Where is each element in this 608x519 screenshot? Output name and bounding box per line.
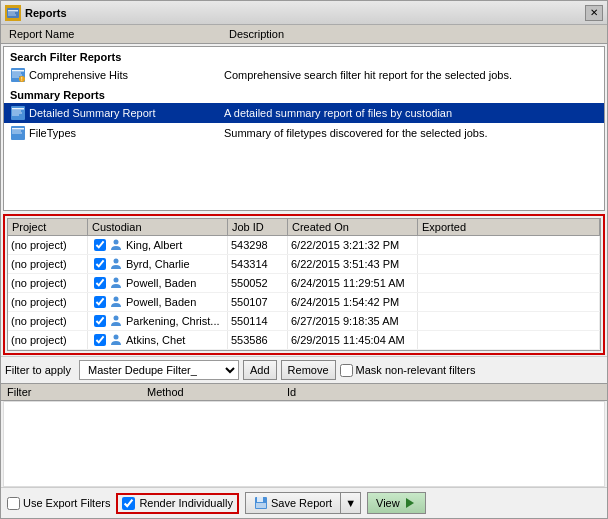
filetypes-row[interactable]: FileTypes Summary of filetypes discovere… <box>4 123 604 143</box>
created-cell: 6/24/2015 1:54:42 PM <box>288 293 418 311</box>
reports-list[interactable]: Search Filter Reports ! Comprehensive Hi… <box>3 46 605 211</box>
svg-rect-3 <box>8 14 16 15</box>
detailed-summary-icon <box>10 105 26 121</box>
svg-point-23 <box>114 297 119 302</box>
jobid-cell: 550107 <box>228 293 288 311</box>
project-cell: (no project) <box>8 274 88 292</box>
table-row[interactable]: (no project) Parkening, Christ... 550114… <box>8 312 600 331</box>
filter-to-apply-label: Filter to apply <box>5 364 71 376</box>
svg-rect-19 <box>12 133 22 134</box>
close-button[interactable]: ✕ <box>585 5 603 21</box>
row-checkbox[interactable] <box>94 296 106 308</box>
svg-rect-12 <box>12 108 24 110</box>
table-row[interactable]: (no project) Atkins, Chet 553586 6/29/20… <box>8 331 600 350</box>
filetypes-desc: Summary of filetypes discovered for the … <box>224 127 598 139</box>
jobid-cell: 553586 <box>228 331 288 349</box>
project-cell: (no project) <box>8 312 88 330</box>
filter-table-header: Filter Method Id <box>1 383 607 401</box>
view-button[interactable]: View <box>367 492 426 514</box>
row-checkbox-cell[interactable] <box>91 334 109 346</box>
person-icon <box>109 276 123 290</box>
created-cell: 6/29/2015 11:45:04 AM <box>288 331 418 349</box>
render-individually-checkbox[interactable] <box>122 497 135 510</box>
table-row[interactable]: (no project) Byrd, Charlie 543314 6/22/2… <box>8 255 600 274</box>
row-checkbox[interactable] <box>94 239 106 251</box>
view-label: View <box>376 497 400 509</box>
mask-filters-checkbox[interactable] <box>340 364 353 377</box>
custodian-cell: Byrd, Charlie <box>88 255 228 273</box>
person-icon <box>109 333 123 347</box>
svg-rect-13 <box>12 111 21 112</box>
custodian-table-body[interactable]: (no project) King, Albert 543298 6/22/20… <box>8 236 600 350</box>
comprehensive-hits-icon: ! <box>10 67 26 83</box>
project-cell: (no project) <box>8 293 88 311</box>
row-checkbox[interactable] <box>94 334 106 346</box>
exported-cell <box>418 331 600 349</box>
summary-section-header: Summary Reports <box>4 85 604 103</box>
svg-rect-18 <box>12 131 21 132</box>
remove-filter-button[interactable]: Remove <box>281 360 336 380</box>
dropdown-arrow-icon: ▼ <box>345 497 356 509</box>
id-col-header: Id <box>285 385 603 399</box>
svg-rect-5 <box>12 70 24 72</box>
table-row[interactable]: (no project) Powell, Baden 550052 6/24/2… <box>8 274 600 293</box>
created-cell: 6/24/2015 11:29:51 AM <box>288 274 418 292</box>
description-header: Description <box>225 27 603 41</box>
filter-dropdown[interactable]: Master Dedupe Filter_ <box>79 360 239 380</box>
mask-filters-label[interactable]: Mask non-relevant filters <box>340 364 476 377</box>
exported-column-header: Exported <box>418 219 600 235</box>
filetypes-icon <box>10 125 26 141</box>
use-export-filters-label[interactable]: Use Export Filters <box>7 497 110 510</box>
table-row[interactable]: (no project) King, Albert 543298 6/22/20… <box>8 236 600 255</box>
bottom-bar: Use Export Filters Render Individually S… <box>1 487 607 518</box>
custodian-column-header: Custodian <box>88 219 228 235</box>
svg-rect-8 <box>12 77 19 78</box>
window-icon <box>5 5 21 21</box>
jobid-cell: 543314 <box>228 255 288 273</box>
detailed-summary-row[interactable]: Detailed Summary Report A detailed summa… <box>4 103 604 123</box>
filter-table-body <box>3 401 605 487</box>
custodian-table-wrapper: Project Custodian Job ID Created On Expo… <box>3 214 605 355</box>
svg-point-24 <box>114 316 119 321</box>
row-checkbox-cell[interactable] <box>91 258 109 270</box>
project-cell: (no project) <box>8 255 88 273</box>
svg-rect-17 <box>12 128 24 130</box>
exported-cell <box>418 293 600 311</box>
created-column-header: Created On <box>288 219 418 235</box>
reports-window: Reports ✕ Report Name Description Search… <box>0 0 608 519</box>
filter-col-header: Filter <box>5 385 145 399</box>
window-title: Reports <box>25 7 585 19</box>
svg-point-20 <box>114 240 119 245</box>
exported-cell <box>418 255 600 273</box>
row-checkbox[interactable] <box>94 315 106 327</box>
svg-marker-29 <box>406 498 414 508</box>
svg-point-21 <box>114 259 119 264</box>
detailed-summary-desc: A detailed summary report of files by cu… <box>224 107 598 119</box>
row-checkbox[interactable] <box>94 258 106 270</box>
person-icon <box>109 257 123 271</box>
svg-rect-15 <box>12 115 19 116</box>
row-checkbox-cell[interactable] <box>91 315 109 327</box>
row-checkbox-cell[interactable] <box>91 239 109 251</box>
column-headers: Report Name Description <box>1 25 607 44</box>
svg-rect-28 <box>256 503 266 508</box>
add-filter-button[interactable]: Add <box>243 360 277 380</box>
row-checkbox-cell[interactable] <box>91 277 109 289</box>
table-row[interactable]: (no project) Powell, Baden 550107 6/24/2… <box>8 293 600 312</box>
save-report-dropdown-button[interactable]: ▼ <box>340 492 361 514</box>
row-checkbox[interactable] <box>94 277 106 289</box>
use-export-filters-text: Use Export Filters <box>23 497 110 509</box>
exported-cell <box>418 274 600 292</box>
comprehensive-hits-row[interactable]: ! Comprehensive Hits Comprehensive searc… <box>4 65 604 85</box>
row-checkbox-cell[interactable] <box>91 296 109 308</box>
person-icon <box>109 295 123 309</box>
method-col-header: Method <box>145 385 285 399</box>
save-report-group: Save Report ▼ <box>245 492 361 514</box>
save-report-button[interactable]: Save Report <box>245 492 340 514</box>
use-export-filters-checkbox[interactable] <box>7 497 20 510</box>
created-cell: 6/22/2015 3:51:43 PM <box>288 255 418 273</box>
custodian-cell: Powell, Baden <box>88 293 228 311</box>
created-cell: 6/27/2015 9:18:35 AM <box>288 312 418 330</box>
custodian-table-header: Project Custodian Job ID Created On Expo… <box>8 219 600 236</box>
detailed-summary-name: Detailed Summary Report <box>29 107 224 119</box>
